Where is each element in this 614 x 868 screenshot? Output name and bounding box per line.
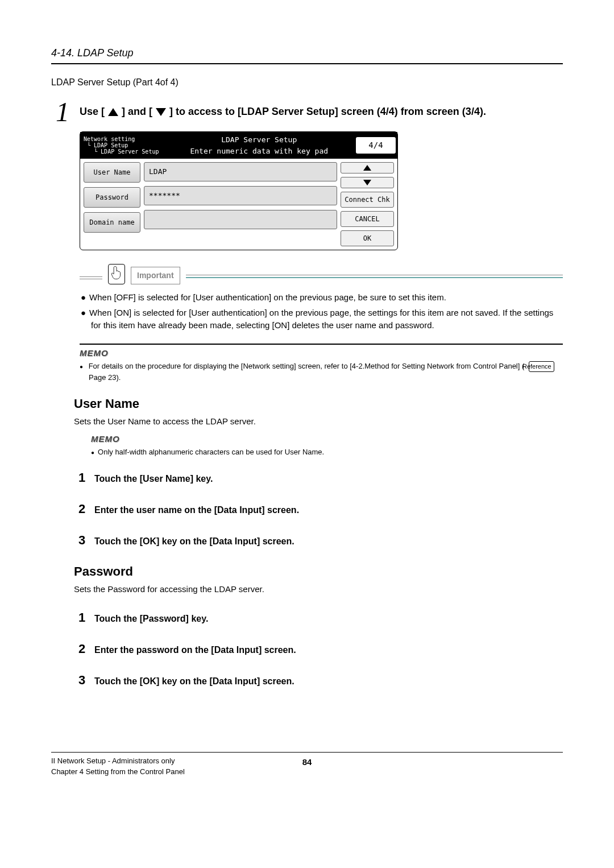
step-text: Touch the [OK] key on the [Data Input] s… — [94, 535, 294, 548]
password-desc: Sets the Password for accessing the LDAP… — [74, 583, 563, 596]
step1-pre: Use [ — [80, 104, 105, 119]
memo-text-post: Page 23). — [89, 373, 121, 382]
numbered-step: 2 Enter the user name on the [Data Input… — [78, 499, 563, 518]
page-number: 84 — [302, 756, 312, 769]
step-number: 2 — [78, 639, 94, 658]
step-number: 3 — [78, 531, 94, 549]
important-item: When [ON] is selected for [User authenti… — [81, 307, 563, 332]
connect-chk-button[interactable]: Connect Chk — [341, 192, 394, 208]
footer-line2: Chapter 4 Setting from the Control Panel — [51, 767, 185, 777]
decor-lines-right — [186, 270, 563, 283]
step-1-number: 1 — [51, 98, 74, 126]
decor-lines-left — [80, 271, 102, 284]
step1-mid: ] and [ — [122, 104, 152, 119]
numbered-step: 3 Touch the [OK] key on the [Data Input]… — [78, 531, 563, 549]
step-text: Touch the [Password] key. — [94, 612, 208, 626]
password-heading: Password — [74, 562, 563, 581]
step-text: Touch the [User Name] key. — [94, 472, 213, 486]
screenshot-header: Network setting └ LDAP Setup └ LDAP Serv… — [80, 132, 397, 159]
ldap-screenshot: Network setting └ LDAP Setup └ LDAP Serv… — [80, 131, 398, 250]
reference-badge: Reference — [529, 361, 554, 372]
important-label: Important — [131, 267, 180, 284]
arrow-down-icon — [156, 108, 166, 116]
page-indicator: 4/4 — [356, 137, 396, 154]
memo-list: For details on the procedure for display… — [80, 361, 563, 383]
memo-item: For details on the procedure for display… — [80, 361, 563, 383]
numbered-step: 1 Touch the [Password] key. — [78, 608, 563, 627]
step-number: 1 — [78, 468, 94, 487]
memo-block: MEMO For details on the procedure for di… — [80, 344, 563, 383]
user-name-heading: User Name — [74, 394, 563, 413]
important-item: When [OFF] is selected for [User authent… — [81, 291, 563, 304]
step-1-text: Use [ ] and [ ] to access to [LDAP Serve… — [80, 98, 486, 119]
numbered-step: 2 Enter the password on the [Data Input]… — [78, 639, 563, 658]
page-footer: II Network Setup - Administrators only C… — [51, 752, 563, 776]
hand-icon — [108, 264, 125, 284]
user-name-field[interactable]: LDAP — [144, 162, 337, 181]
screenshot-body: User Name Password Domain name LDAP ****… — [80, 159, 397, 250]
footer-line1: II Network Setup - Administrators only — [51, 756, 185, 766]
user-name-button[interactable]: User Name — [84, 162, 140, 183]
step-number: 3 — [78, 671, 94, 689]
ok-button[interactable]: OK — [341, 230, 394, 246]
step-number: 1 — [78, 608, 94, 627]
important-list: When [OFF] is selected for [User authent… — [80, 291, 563, 332]
memo-item: Only half-width alphanumeric characters … — [91, 447, 563, 458]
memo-title: MEMO — [91, 433, 563, 446]
numbered-step: 3 Touch the [OK] key on the [Data Input]… — [78, 671, 563, 689]
step-text: Enter the user name on the [Data Input] … — [94, 503, 299, 517]
scroll-down-button[interactable] — [341, 177, 394, 188]
domain-name-button[interactable]: Domain name — [84, 212, 140, 233]
password-field[interactable]: ******* — [144, 186, 337, 205]
screenshot-title: LDAP Server Setup Enter numeric data wit… — [162, 132, 356, 159]
footer-left: II Network Setup - Administrators only C… — [51, 756, 185, 776]
memo-text-pre: For details on the procedure for display… — [89, 362, 525, 370]
memo-list: Only half-width alphanumeric characters … — [91, 447, 563, 458]
arrow-down-icon — [363, 180, 371, 185]
arrow-up-icon — [108, 108, 118, 116]
arrow-up-icon — [363, 165, 371, 171]
user-name-memo: MEMO Only half-width alphanumeric charac… — [91, 433, 563, 458]
memo-rule — [80, 344, 563, 345]
domain-name-field[interactable] — [144, 210, 337, 229]
step-number: 2 — [78, 499, 94, 518]
memo-title: MEMO — [80, 347, 563, 360]
step-text: Touch the [OK] key on the [Data Input] s… — [94, 675, 294, 688]
screenshot-right-col: Connect Chk CANCEL OK — [337, 162, 394, 246]
screenshot-title-line2: Enter numeric data with key pad — [162, 146, 356, 157]
breadcrumb: Network setting └ LDAP Setup └ LDAP Serv… — [80, 135, 162, 156]
password-button[interactable]: Password — [84, 187, 140, 208]
subtitle: LDAP Server Setup (Part 4of 4) — [51, 76, 563, 89]
screenshot-title-line1: LDAP Server Setup — [162, 134, 356, 146]
scroll-up-button[interactable] — [341, 162, 394, 173]
screenshot-mid-col: LDAP ******* — [144, 162, 337, 246]
screenshot-left-col: User Name Password Domain name — [84, 162, 144, 246]
step-text: Enter the password on the [Data Input] s… — [94, 643, 296, 657]
step-1-row: 1 Use [ ] and [ ] to access to [LDAP Ser… — [51, 98, 563, 126]
cancel-button[interactable]: CANCEL — [341, 211, 394, 227]
step1-post: ] to access to [LDAP Server Setup] scree… — [169, 104, 486, 119]
user-name-desc: Sets the User Name to access the LDAP se… — [74, 415, 563, 428]
numbered-step: 1 Touch the [User Name] key. — [78, 468, 563, 487]
section-header: 4-14. LDAP Setup — [51, 46, 563, 64]
important-callout: Important When [OFF] is selected for [Us… — [80, 264, 563, 332]
